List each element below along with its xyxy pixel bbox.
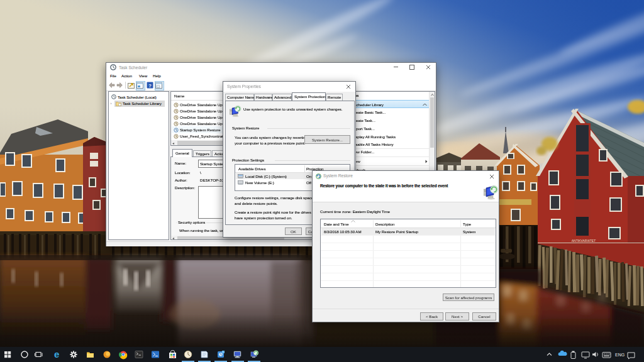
svg-text:ENG: ENG [615,353,625,357]
svg-text:?: ? [148,83,152,89]
svg-text:ANTIKVARIATET: ANTIKVARIATET [572,239,596,243]
svg-text:e: e [54,349,59,359]
